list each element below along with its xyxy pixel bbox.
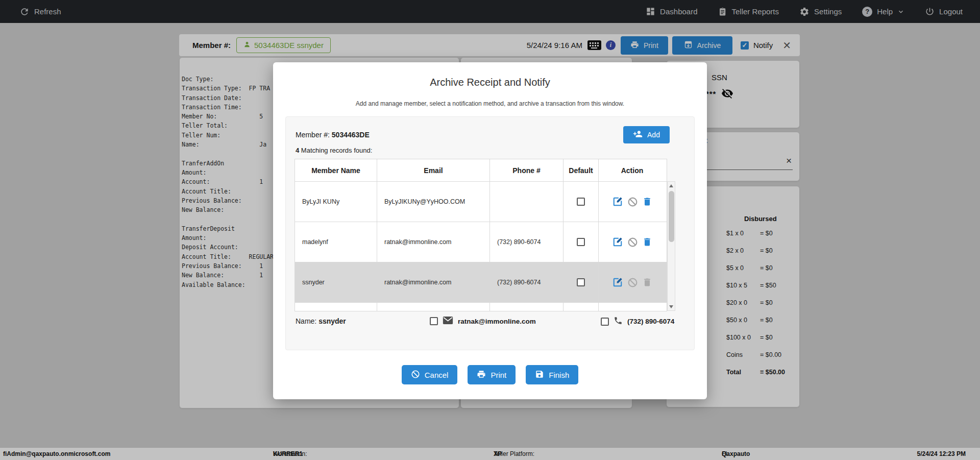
- default-checkbox[interactable]: [577, 278, 585, 286]
- edit-icon[interactable]: [612, 196, 623, 207]
- finish-button[interactable]: Finish: [526, 365, 578, 384]
- selected-name: Name: ssnyder: [296, 317, 346, 325]
- app-window: Refresh Dashboard Teller Reports Setting…: [0, 0, 980, 460]
- table-row-partial: [295, 303, 667, 311]
- table-row[interactable]: ByLyJI KUNy ByLyJIKUNy@YyHOO.COM: [295, 182, 667, 222]
- print-button-modal[interactable]: Print: [468, 365, 516, 384]
- email-notify-checkbox[interactable]: [430, 317, 438, 325]
- add-member-button[interactable]: Add: [623, 126, 670, 143]
- table-row-selected[interactable]: ssnyder ratnak@immonline.com (732) 890-6…: [295, 262, 667, 303]
- phone-notify-option: (732) 890-6074: [601, 316, 674, 327]
- ban-icon-disabled: [627, 277, 638, 288]
- cancel-button[interactable]: Cancel: [402, 365, 458, 384]
- records-count-line: 4 Matching records found:: [296, 147, 372, 154]
- col-member-name: Member Name: [295, 159, 377, 181]
- scroll-down-icon[interactable]: [668, 303, 675, 310]
- col-phone: Phone #: [490, 159, 564, 181]
- edit-icon[interactable]: [612, 236, 623, 248]
- selected-email: ratnak@immonline.com: [458, 318, 536, 325]
- ban-icon[interactable]: [627, 237, 638, 248]
- default-checkbox[interactable]: [577, 198, 585, 206]
- edit-icon[interactable]: [612, 277, 623, 288]
- table-header-row: Member Name Email Phone # Default Action: [295, 159, 667, 182]
- trash-icon[interactable]: [642, 197, 652, 207]
- envelope-icon: [443, 316, 453, 326]
- col-default: Default: [564, 159, 599, 181]
- selected-phone: (732) 890-6074: [627, 318, 674, 325]
- modal-title: Archive Receipt and Notify: [273, 77, 707, 88]
- modal-member-number: Member #: 5034463DE: [296, 131, 370, 139]
- table-scrollbar[interactable]: [667, 181, 675, 311]
- modal-subtitle: Add and manage member, select a notifica…: [273, 100, 707, 107]
- save-icon: [535, 370, 544, 380]
- printer-icon: [477, 370, 486, 380]
- trash-icon[interactable]: [642, 237, 652, 247]
- archive-notify-modal: Archive Receipt and Notify Add and manag…: [273, 62, 707, 399]
- col-email: Email: [377, 159, 490, 181]
- selected-member-row: Name: ssnyder ratnak@immonline.com (732)…: [296, 316, 685, 328]
- phone-icon: [614, 316, 623, 327]
- trash-icon-disabled: [642, 277, 652, 287]
- scroll-up-icon[interactable]: [668, 182, 675, 189]
- table-row[interactable]: madelynf ratnak@immonline.com (732) 890-…: [295, 222, 667, 262]
- ban-icon[interactable]: [627, 197, 638, 207]
- modal-buttons: Cancel Print Finish: [273, 365, 707, 384]
- member-table: Member Name Email Phone # Default Action…: [295, 159, 667, 311]
- col-action: Action: [599, 159, 666, 181]
- member-panel: Member #: 5034463DE Add 4 Matching recor…: [285, 116, 695, 350]
- cancel-ban-icon: [411, 370, 420, 380]
- scroll-thumb[interactable]: [669, 191, 674, 242]
- email-notify-option: ratnak@immonline.com: [430, 316, 536, 326]
- person-add-icon: [633, 129, 643, 140]
- member-table-wrap: Member Name Email Phone # Default Action…: [295, 159, 675, 311]
- phone-notify-checkbox[interactable]: [601, 318, 609, 326]
- default-checkbox[interactable]: [577, 238, 585, 246]
